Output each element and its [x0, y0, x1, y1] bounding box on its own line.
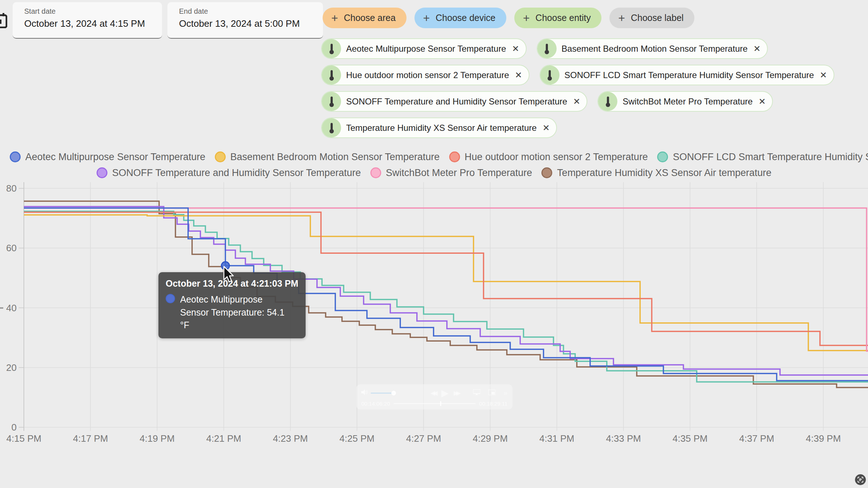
x-tick-label: 4:27 PM: [406, 433, 441, 444]
x-tick-label: 4:17 PM: [73, 433, 108, 444]
x-tick-label: 4:15 PM: [7, 433, 42, 444]
scan-text-icon: [858, 477, 863, 483]
y-tick-label: 0: [12, 422, 17, 433]
y-axis-title-fragment: [0, 307, 3, 309]
x-tick-label: 4:19 PM: [140, 433, 175, 444]
skip-icon[interactable]: »: [503, 389, 507, 397]
ghost-media-player-overlay: ◀◀ ▶ ▶▶ » 00:14:06:20 00:18:29:11: [356, 384, 512, 410]
tooltip-value-text: Aeotec Multipurpose Sensor Temperature: …: [180, 293, 289, 332]
y-tick-label: 60: [6, 243, 17, 253]
history-chart[interactable]: 0204060804:15 PM4:17 PM4:19 PM4:21 PM4:2…: [0, 0, 868, 488]
volume-slider[interactable]: [371, 393, 394, 394]
x-tick-label: 4:25 PM: [340, 433, 375, 444]
y-tick-label: 40: [6, 303, 17, 313]
x-tick-label: 4:35 PM: [673, 433, 708, 444]
x-tick-label: 4:33 PM: [606, 433, 641, 444]
rewind-icon[interactable]: ◀◀: [430, 389, 435, 397]
series-line: [24, 215, 868, 351]
x-tick-label: 4:31 PM: [539, 433, 574, 444]
airplay-icon[interactable]: [473, 389, 480, 397]
series-line: [24, 201, 868, 388]
series-line: [24, 208, 868, 381]
ghost-remaining-time: 00:18:29:11: [479, 401, 507, 407]
series-line: [24, 208, 868, 351]
x-tick-label: 4:23 PM: [273, 433, 308, 444]
series-line: [24, 206, 868, 375]
y-tick-label: 80: [6, 183, 17, 194]
scan-text-button[interactable]: [855, 474, 866, 485]
x-tick-label: 4:21 PM: [206, 433, 241, 444]
ghost-progress-bar[interactable]: [393, 403, 476, 404]
x-tick-label: 4:37 PM: [739, 433, 774, 444]
tooltip-series-dot: [166, 294, 175, 303]
volume-icon: [361, 389, 369, 397]
ghost-elapsed-time: 00:14:06:20: [361, 401, 390, 407]
y-tick-label: 20: [6, 362, 17, 373]
play-icon[interactable]: ▶: [441, 388, 448, 399]
fast-forward-icon[interactable]: ▶▶: [454, 389, 459, 397]
x-tick-label: 4:39 PM: [806, 433, 841, 444]
series-line: [24, 212, 868, 346]
picture-in-picture-icon[interactable]: [488, 390, 495, 397]
x-tick-label: 4:29 PM: [473, 433, 508, 444]
mouse-cursor: [223, 266, 235, 285]
